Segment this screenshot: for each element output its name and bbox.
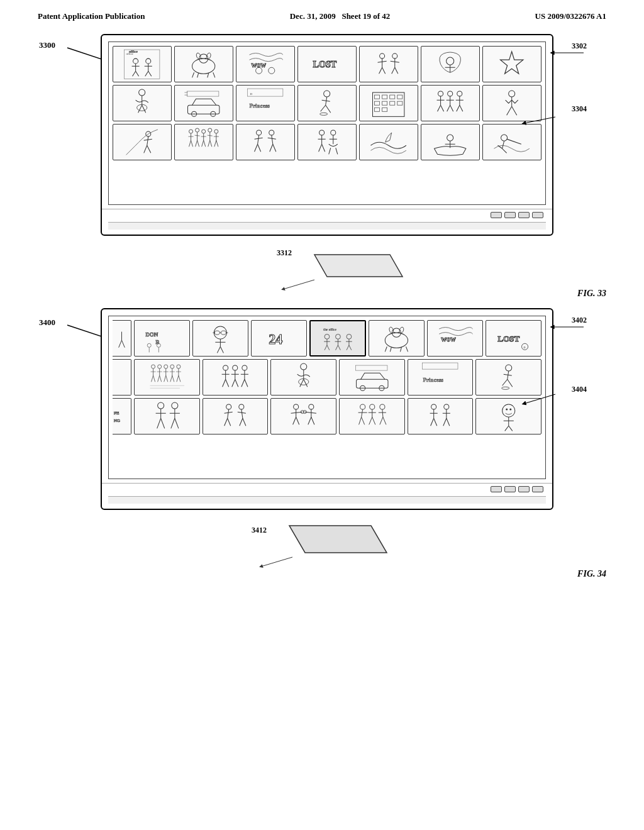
svg-line-295 (308, 417, 311, 424)
wand-svg-34 (245, 516, 447, 573)
svg-line-23 (208, 73, 209, 77)
svg-line-117 (202, 140, 204, 147)
device-footer-3300 (108, 222, 546, 230)
svg-line-142 (336, 148, 338, 154)
svg-rect-66 (390, 95, 395, 99)
svg-point-34 (392, 53, 397, 58)
svg-point-187 (347, 334, 352, 339)
thumb-icon: DON B (136, 323, 188, 354)
thumb-cell (203, 398, 269, 434)
thumb-icon: FE NG (113, 401, 131, 432)
svg-line-303 (361, 417, 364, 424)
svg-line-200 (400, 347, 401, 351)
svg-line-302 (358, 417, 361, 424)
svg-line-8 (133, 71, 136, 76)
svg-rect-67 (397, 95, 402, 99)
svg-line-246 (242, 379, 245, 387)
thumb-cell-selected: the office (309, 320, 365, 357)
svg-marker-331 (289, 526, 387, 553)
svg-line-120 (210, 140, 212, 147)
svg-line-300 (361, 409, 362, 417)
arrow-3400 (39, 314, 102, 339)
svg-line-92 (512, 106, 517, 115)
nav-btn-2 (504, 212, 516, 218)
svg-point-277 (226, 404, 231, 409)
nav-btn-1 (491, 212, 502, 218)
svg-point-209 (170, 365, 174, 368)
thumb-icon: office (114, 48, 169, 80)
grid-row-2: D Princess (113, 85, 541, 121)
nav-buttons (491, 486, 543, 492)
device-footer-3400 (108, 496, 546, 504)
thumb-cell: Princess (408, 359, 474, 396)
svg-line-283 (242, 409, 243, 418)
device-nav-3300 (102, 209, 552, 222)
svg-text:LOST: LOST (313, 59, 337, 69)
thumb-icon: wow (429, 323, 481, 354)
svg-line-13 (145, 71, 148, 76)
svg-line-82 (447, 105, 450, 111)
svg-rect-65 (382, 95, 387, 99)
svg-line-329 (505, 426, 509, 431)
svg-text:Princess: Princess (250, 102, 270, 109)
svg-point-20 (205, 58, 206, 59)
arrow-3304 (521, 111, 558, 130)
svg-line-317 (431, 418, 434, 426)
thumb-cell (408, 398, 474, 434)
svg-rect-73 (382, 108, 387, 111)
thumb-icon (409, 401, 471, 432)
thumb-icon (114, 126, 169, 158)
thumb-cell-partial (113, 320, 131, 357)
svg-text:B: B (155, 339, 159, 345)
svg-line-318 (434, 418, 437, 426)
svg-line-323 (447, 418, 450, 426)
svg-line-127 (258, 144, 261, 152)
thumb-icon (194, 323, 247, 354)
thumb-cell-partial (113, 359, 131, 396)
svg-rect-253 (356, 379, 387, 388)
thumb-icon (238, 126, 292, 158)
svg-line-312 (379, 417, 382, 424)
svg-point-177 (325, 334, 330, 339)
svg-text:wow: wow (252, 60, 267, 69)
svg-line-121 (214, 140, 216, 147)
svg-marker-42 (501, 52, 523, 74)
svg-line-262 (502, 379, 508, 385)
svg-text:o: o (524, 345, 526, 349)
device-3300: 3302 3304 office (101, 34, 553, 236)
svg-line-150 (502, 148, 507, 153)
svg-rect-256 (355, 365, 387, 370)
svg-line-221 (151, 375, 153, 382)
thumb-cell: DON B (134, 320, 190, 357)
svg-point-299 (360, 404, 365, 409)
svg-line-2 (524, 117, 555, 123)
thumb-cell (174, 46, 233, 82)
svg-point-133 (319, 130, 325, 135)
svg-rect-48 (188, 105, 219, 114)
svg-point-319 (444, 404, 449, 409)
svg-text:Princess: Princess (423, 377, 444, 383)
svg-point-39 (447, 57, 454, 65)
svg-line-131 (270, 144, 273, 152)
svg-line-83 (450, 105, 453, 111)
svg-point-182 (335, 334, 340, 339)
svg-marker-151 (314, 255, 402, 277)
svg-line-276 (174, 418, 178, 428)
ref-3404: 3404 (572, 385, 587, 394)
svg-point-259 (506, 365, 512, 371)
svg-line-118 (204, 140, 206, 147)
svg-point-272 (171, 402, 177, 409)
grid-row-3 (113, 124, 541, 160)
thumb-icon (484, 48, 539, 80)
thumb-cell: 24 (251, 320, 307, 357)
svg-line-148 (502, 141, 504, 148)
thumb-icon (204, 362, 266, 393)
svg-line-60 (321, 105, 326, 111)
svg-point-282 (239, 404, 244, 409)
svg-rect-64 (375, 95, 380, 99)
svg-line-119 (208, 140, 210, 147)
svg-line-291 (296, 417, 299, 424)
device-nav-3400 (102, 483, 552, 496)
svg-line-94 (147, 136, 148, 145)
svg-line-247 (245, 379, 248, 387)
